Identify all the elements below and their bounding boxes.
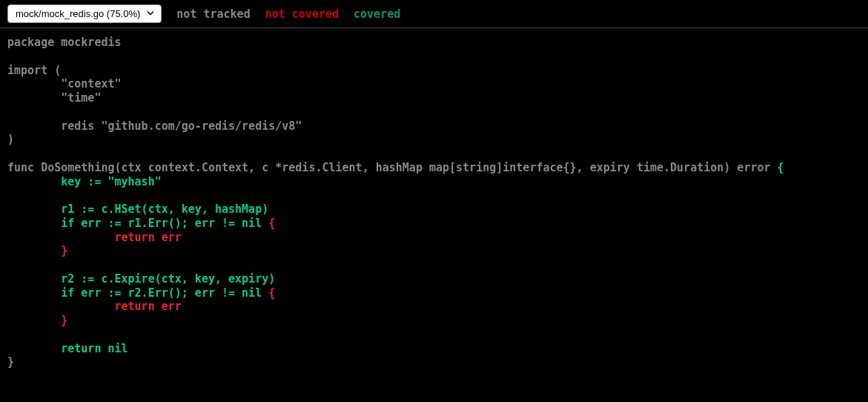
code-line: import ( [7, 64, 61, 77]
code-line: } [7, 314, 67, 327]
code-line: if err := r1.Err(); err != nil [7, 217, 268, 230]
legend-not-covered: not covered [265, 7, 339, 21]
code-line: } [7, 244, 67, 257]
code-line: package mockredis [7, 36, 122, 49]
legend-covered: covered [354, 7, 400, 21]
code-line: key := "myhash" [7, 175, 162, 188]
code-line: "context" [7, 77, 122, 90]
code-line: r1 := c.HSet(ctx, key, hashMap) [7, 202, 268, 216]
code-line: return nil [7, 342, 128, 355]
code-line: "time" [7, 91, 101, 105]
code-line: } [7, 355, 14, 369]
code-line: { [268, 217, 275, 230]
code-view: package mockredis import ( "context" "ti… [0, 28, 868, 377]
code-line: redis "github.com/go-redis/redis/v8" [7, 119, 302, 133]
file-select[interactable]: mock/mock_redis.go (75.0%) [7, 4, 162, 23]
code-line: r2 := c.Expire(ctx, key, expiry) [7, 272, 275, 286]
code-line: { [778, 161, 784, 174]
code-line: func DoSomething(ctx context.Context, c … [7, 161, 778, 174]
topbar: mock/mock_redis.go (75.0%) not tracked n… [0, 0, 868, 28]
code-line: return err [7, 300, 182, 313]
code-line: if err := r2.Err(); err != nil [7, 286, 268, 300]
code-line: return err [7, 231, 182, 244]
chevron-down-icon [146, 8, 155, 19]
code-line: { [268, 286, 275, 300]
legend-not-tracked: not tracked [176, 7, 250, 21]
code-line: ) [7, 133, 14, 146]
file-select-label: mock/mock_redis.go (75.0%) [16, 8, 140, 19]
